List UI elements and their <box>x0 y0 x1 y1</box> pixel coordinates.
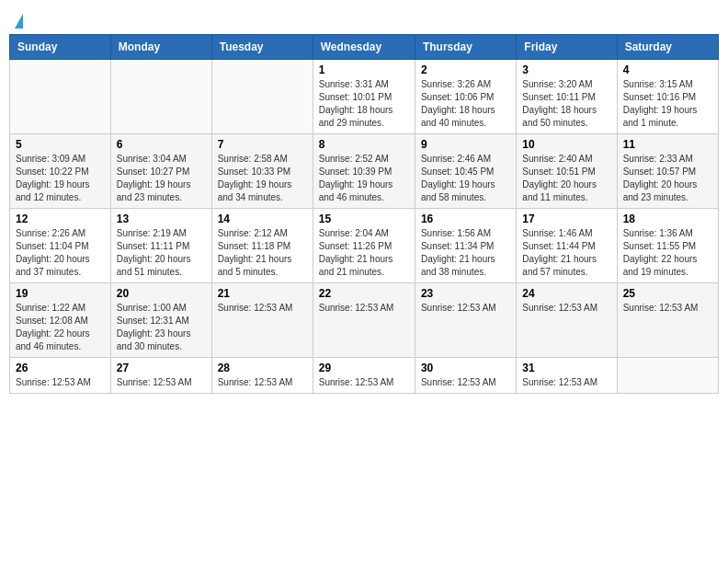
day-info: Sunrise: 3:09 AM Sunset: 10:22 PM Daylig… <box>16 153 105 204</box>
day-info: Sunrise: 3:31 AM Sunset: 10:01 PM Daylig… <box>319 78 409 130</box>
calendar-week-row: 1Sunrise: 3:31 AM Sunset: 10:01 PM Dayli… <box>10 59 719 133</box>
day-info: Sunrise: 2:40 AM Sunset: 10:51 PM Daylig… <box>522 153 610 204</box>
day-number: 20 <box>117 287 206 300</box>
day-info: Sunrise: 2:46 AM Sunset: 10:45 PM Daylig… <box>421 153 510 204</box>
day-number: 4 <box>623 63 712 76</box>
day-number: 16 <box>421 213 510 225</box>
day-number: 31 <box>522 362 610 374</box>
calendar-cell: 1Sunrise: 3:31 AM Sunset: 10:01 PM Dayli… <box>313 59 415 133</box>
day-info: Sunrise: 2:26 AM Sunset: 11:04 PM Daylig… <box>16 227 105 279</box>
day-number: 25 <box>623 287 712 300</box>
calendar-cell <box>110 59 211 133</box>
day-number: 5 <box>16 138 105 151</box>
calendar-header-monday: Monday <box>110 34 211 59</box>
day-number: 12 <box>16 213 105 225</box>
day-info: Sunrise: 1:36 AM Sunset: 11:55 PM Daylig… <box>623 227 712 279</box>
calendar-cell: 19Sunrise: 1:22 AM Sunset: 12:08 AM Dayl… <box>10 282 111 357</box>
day-info: Sunrise: 12:53 AM <box>623 302 712 315</box>
day-info: Sunrise: 12:53 AM <box>421 302 510 315</box>
day-info: Sunrise: 12:53 AM <box>117 376 206 389</box>
day-info: Sunrise: 2:52 AM Sunset: 10:39 PM Daylig… <box>319 153 409 204</box>
day-info: Sunrise: 12:53 AM <box>218 302 307 315</box>
day-info: Sunrise: 3:15 AM Sunset: 10:16 PM Daylig… <box>623 78 712 130</box>
day-info: Sunrise: 2:12 AM Sunset: 11:18 PM Daylig… <box>218 227 307 279</box>
day-number: 19 <box>16 287 105 300</box>
calendar-cell: 27Sunrise: 12:53 AM <box>110 357 211 393</box>
day-info: Sunrise: 1:56 AM Sunset: 11:34 PM Daylig… <box>421 227 510 279</box>
day-number: 3 <box>522 63 610 76</box>
calendar-cell: 3Sunrise: 3:20 AM Sunset: 10:11 PM Dayli… <box>517 59 617 133</box>
calendar-cell: 22Sunrise: 12:53 AM <box>313 282 415 357</box>
day-number: 26 <box>16 362 105 374</box>
day-number: 17 <box>522 213 610 225</box>
calendar-week-row: 26Sunrise: 12:53 AM27Sunrise: 12:53 AM28… <box>10 357 719 393</box>
calendar-cell: 15Sunrise: 2:04 AM Sunset: 11:26 PM Dayl… <box>313 208 415 282</box>
day-info: Sunrise: 2:33 AM Sunset: 10:57 PM Daylig… <box>623 153 712 204</box>
day-info: Sunrise: 12:53 AM <box>319 302 409 315</box>
calendar-cell <box>10 59 111 133</box>
calendar-header-thursday: Thursday <box>415 34 516 59</box>
page-header <box>9 9 719 29</box>
calendar-week-row: 12Sunrise: 2:26 AM Sunset: 11:04 PM Dayl… <box>10 208 719 282</box>
day-info: Sunrise: 2:04 AM Sunset: 11:26 PM Daylig… <box>319 227 409 279</box>
calendar-header-tuesday: Tuesday <box>211 34 313 59</box>
calendar-cell: 25Sunrise: 12:53 AM <box>617 282 718 357</box>
day-number: 23 <box>421 287 510 300</box>
day-number: 2 <box>421 63 510 76</box>
calendar-cell: 16Sunrise: 1:56 AM Sunset: 11:34 PM Dayl… <box>415 208 516 282</box>
calendar-cell: 31Sunrise: 12:53 AM <box>517 357 617 393</box>
day-info: Sunrise: 1:46 AM Sunset: 11:44 PM Daylig… <box>522 227 610 279</box>
day-number: 21 <box>218 287 307 300</box>
day-number: 1 <box>319 63 409 76</box>
day-info: Sunrise: 12:53 AM <box>522 302 610 315</box>
calendar-header-friday: Friday <box>517 34 617 59</box>
calendar-cell: 7Sunrise: 2:58 AM Sunset: 10:33 PM Dayli… <box>211 133 313 208</box>
calendar-cell: 9Sunrise: 2:46 AM Sunset: 10:45 PM Dayli… <box>415 133 516 208</box>
calendar-cell: 6Sunrise: 3:04 AM Sunset: 10:27 PM Dayli… <box>110 133 211 208</box>
day-info: Sunrise: 2:19 AM Sunset: 11:11 PM Daylig… <box>117 227 206 279</box>
calendar-cell: 8Sunrise: 2:52 AM Sunset: 10:39 PM Dayli… <box>313 133 415 208</box>
day-number: 24 <box>522 287 610 300</box>
calendar-cell: 5Sunrise: 3:09 AM Sunset: 10:22 PM Dayli… <box>10 133 111 208</box>
day-info: Sunrise: 12:53 AM <box>218 376 307 389</box>
day-info: Sunrise: 12:53 AM <box>421 376 510 389</box>
day-number: 7 <box>218 138 307 151</box>
day-number: 8 <box>319 138 409 151</box>
day-number: 22 <box>319 287 409 300</box>
day-number: 13 <box>117 213 206 225</box>
calendar-cell: 12Sunrise: 2:26 AM Sunset: 11:04 PM Dayl… <box>10 208 111 282</box>
day-number: 28 <box>218 362 307 374</box>
calendar-cell: 17Sunrise: 1:46 AM Sunset: 11:44 PM Dayl… <box>517 208 617 282</box>
day-number: 29 <box>319 362 409 374</box>
day-info: Sunrise: 3:26 AM Sunset: 10:06 PM Daylig… <box>421 78 510 130</box>
calendar-cell: 28Sunrise: 12:53 AM <box>211 357 313 393</box>
day-number: 10 <box>522 138 610 151</box>
calendar-cell: 29Sunrise: 12:53 AM <box>313 357 415 393</box>
calendar-header-row: SundayMondayTuesdayWednesdayThursdayFrid… <box>10 34 719 59</box>
calendar-cell: 14Sunrise: 2:12 AM Sunset: 11:18 PM Dayl… <box>211 208 313 282</box>
calendar-cell: 30Sunrise: 12:53 AM <box>415 357 516 393</box>
calendar-cell: 18Sunrise: 1:36 AM Sunset: 11:55 PM Dayl… <box>617 208 718 282</box>
day-number: 11 <box>623 138 712 151</box>
calendar-cell: 21Sunrise: 12:53 AM <box>211 282 313 357</box>
day-number: 6 <box>117 138 206 151</box>
calendar-cell: 2Sunrise: 3:26 AM Sunset: 10:06 PM Dayli… <box>415 59 516 133</box>
day-number: 15 <box>319 213 409 225</box>
calendar-week-row: 5Sunrise: 3:09 AM Sunset: 10:22 PM Dayli… <box>10 133 719 208</box>
calendar-cell: 4Sunrise: 3:15 AM Sunset: 10:16 PM Dayli… <box>617 59 718 133</box>
calendar-table: SundayMondayTuesdayWednesdayThursdayFrid… <box>9 34 719 394</box>
day-info: Sunrise: 3:04 AM Sunset: 10:27 PM Daylig… <box>117 153 206 204</box>
calendar-header-saturday: Saturday <box>617 34 718 59</box>
day-info: Sunrise: 12:53 AM <box>319 376 409 389</box>
calendar-cell <box>617 357 718 393</box>
day-info: Sunrise: 1:22 AM Sunset: 12:08 AM Daylig… <box>16 302 105 353</box>
day-number: 27 <box>117 362 206 374</box>
day-info: Sunrise: 1:00 AM Sunset: 12:31 AM Daylig… <box>117 302 206 353</box>
day-number: 9 <box>421 138 510 151</box>
calendar-cell <box>211 59 313 133</box>
day-info: Sunrise: 12:53 AM <box>522 376 610 389</box>
calendar-cell: 13Sunrise: 2:19 AM Sunset: 11:11 PM Dayl… <box>110 208 211 282</box>
day-number: 30 <box>421 362 510 374</box>
calendar-cell: 24Sunrise: 12:53 AM <box>517 282 617 357</box>
day-info: Sunrise: 2:58 AM Sunset: 10:33 PM Daylig… <box>218 153 307 204</box>
